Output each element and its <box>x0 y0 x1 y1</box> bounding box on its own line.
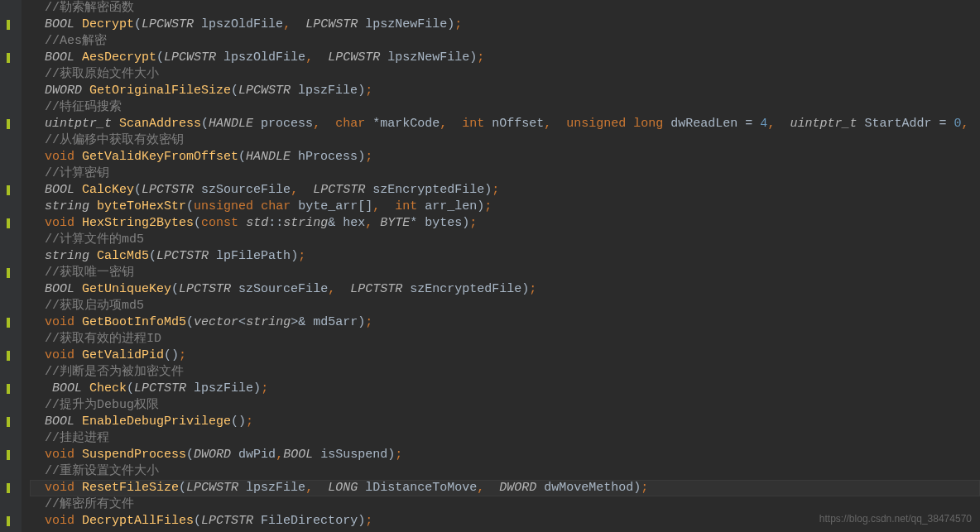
code-line[interactable]: void GetValidKeyFromOffset(HANDLE hProce… <box>30 149 980 165</box>
code-token: //挂起进程 <box>45 431 109 445</box>
code-token <box>335 282 350 296</box>
code-line[interactable]: void GetBootInfoMd5(vector<string>& md5a… <box>30 314 980 331</box>
code-token: , <box>305 50 313 65</box>
code-token <box>74 282 82 296</box>
gutter-line <box>0 430 22 447</box>
code-line[interactable]: //获取唯一密钥 <box>30 265 980 281</box>
code-line[interactable]: //获取启动项md5 <box>30 298 980 314</box>
code-token <box>74 50 82 65</box>
code-token: //特征码搜索 <box>45 100 122 114</box>
code-line[interactable]: //判断是否为被加密文件 <box>30 364 980 381</box>
code-line[interactable]: BOOL CalcKey(LPCTSTR szSourceFile, LPCTS… <box>30 182 980 199</box>
code-token: GetUniqueKey <box>82 282 171 296</box>
code-line[interactable]: //获取有效的进程ID <box>30 331 980 347</box>
code-token: //解密所有文件 <box>45 497 134 511</box>
code-token: GetBootInfoMd5 <box>82 315 186 329</box>
code-line[interactable]: void ResetFileSize(LPCWSTR lpszFile, LON… <box>30 480 980 496</box>
code-line[interactable]: void GetValidPid(); <box>30 347 980 364</box>
gutter-line <box>0 331 22 347</box>
code-token: , <box>291 183 298 197</box>
code-line[interactable]: //提升为Debug权限 <box>30 397 980 414</box>
code-line[interactable]: BOOL EnableDebugPrivilege(); <box>30 414 980 430</box>
code-token: ; <box>529 282 536 296</box>
code-token <box>30 415 45 429</box>
code-token: BOOL <box>45 282 74 296</box>
code-token: szSourceFile <box>194 183 291 197</box>
code-line[interactable]: string CalcMd5(LPCTSTR lpFilePath); <box>30 248 980 265</box>
code-token <box>30 431 45 445</box>
code-token <box>30 183 45 197</box>
code-token: ) <box>633 481 641 495</box>
code-token: BOOL <box>45 183 74 197</box>
code-line[interactable]: //挂起进程 <box>30 430 980 447</box>
code-token: , <box>372 199 380 213</box>
code-token <box>484 481 499 495</box>
code-token: hProcess <box>291 150 358 164</box>
code-token: string <box>246 315 291 329</box>
code-line[interactable]: void HexString2Bytes(const std::string& … <box>30 215 980 232</box>
code-line[interactable]: BOOL Decrypt(LPCWSTR lpszOldFile, LPCWST… <box>30 17 980 33</box>
code-editor[interactable]: //勒索解密函数 BOOL Decrypt(LPCWSTR lpszOldFil… <box>0 0 980 532</box>
code-token: //计算文件的md5 <box>45 232 144 247</box>
code-token: //重新设置文件大小 <box>45 464 159 478</box>
code-token: LPCTSTR <box>350 282 402 296</box>
code-token: void <box>45 348 74 362</box>
code-line[interactable]: //特征码搜索 <box>30 99 980 116</box>
code-token <box>30 497 45 511</box>
code-token: ) <box>253 381 261 395</box>
code-token: HANDLE <box>246 150 291 164</box>
code-line[interactable]: //计算文件的md5 <box>30 232 980 248</box>
code-token <box>30 50 45 65</box>
code-token: ; <box>365 514 372 528</box>
code-token: char <box>335 117 365 131</box>
code-token: szEncryptedFile <box>402 282 521 296</box>
code-line[interactable]: uintptr_t ScanAddress(HANDLE process, ch… <box>30 116 980 132</box>
gutter-mark-icon <box>7 516 10 526</box>
gutter-line <box>0 397 22 414</box>
code-line[interactable]: //勒索解密函数 <box>30 0 980 17</box>
code-token: Check <box>89 381 127 395</box>
code-line[interactable]: //从偏移中获取有效密钥 <box>30 132 980 149</box>
code-line[interactable]: //Aes解密 <box>30 33 980 50</box>
code-line[interactable]: //重新设置文件大小 <box>30 463 980 480</box>
code-token: void <box>45 481 74 495</box>
code-token: LPCWSTR <box>142 17 194 31</box>
gutter-line <box>0 33 22 50</box>
code-token: LPCTSTR <box>142 183 194 197</box>
code-token: ) <box>477 199 484 213</box>
code-line[interactable]: string byteToHexStr(unsigned char byte_a… <box>30 199 980 215</box>
code-token: ) <box>291 249 298 263</box>
code-token: string <box>283 216 328 230</box>
code-line[interactable]: void SuspendProcess(DWORD dwPid,BOOL isS… <box>30 447 980 463</box>
code-line[interactable]: DWORD GetOriginalFileSize(LPCWSTR lpszFi… <box>30 83 980 99</box>
gutter-mark-icon <box>7 384 10 394</box>
code-token: szEncryptedFile <box>365 183 484 197</box>
code-token: >& md5arr <box>291 315 358 329</box>
code-token: ; <box>641 481 648 495</box>
code-token <box>74 514 82 528</box>
code-line[interactable]: //计算密钥 <box>30 165 980 182</box>
code-token: , <box>276 448 283 462</box>
code-token: lpFilePath <box>209 249 291 263</box>
code-token: SuspendProcess <box>82 448 186 462</box>
code-line[interactable]: //获取原始文件大小 <box>30 66 980 83</box>
code-token: long <box>633 117 663 131</box>
code-token: ; <box>298 249 305 263</box>
code-token <box>89 199 97 213</box>
code-token: lpszFile <box>186 381 253 395</box>
gutter-line <box>0 298 22 314</box>
code-line[interactable]: BOOL Check(LPCTSTR lpszFile); <box>30 381 980 397</box>
code-token <box>82 84 89 98</box>
code-token: , <box>544 117 551 131</box>
code-token <box>89 249 97 263</box>
code-token: ( <box>127 381 134 395</box>
gutter-line <box>0 248 22 265</box>
code-line[interactable]: BOOL AesDecrypt(LPCWSTR lpszOldFile, LPC… <box>30 50 980 66</box>
code-line[interactable]: BOOL GetUniqueKey(LPCTSTR szSourceFile, … <box>30 281 980 298</box>
code-token <box>30 17 45 31</box>
code-token: dwMoveMethod <box>536 481 633 495</box>
code-token: & hex <box>328 216 365 230</box>
code-token <box>551 117 566 131</box>
code-token <box>30 166 45 180</box>
editor-code-area[interactable]: //勒索解密函数 BOOL Decrypt(LPCWSTR lpszOldFil… <box>22 0 980 532</box>
